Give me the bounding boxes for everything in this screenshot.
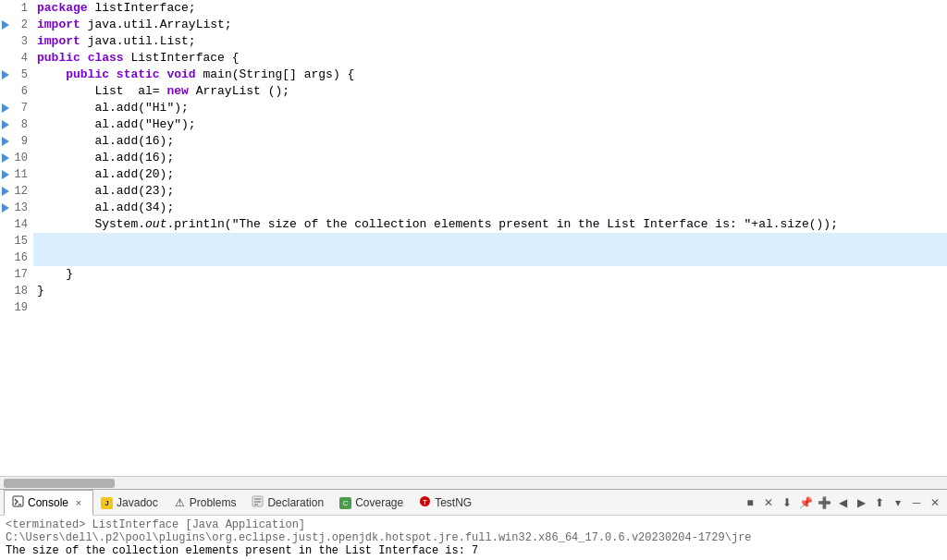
code-line: import java.util.ArrayList; [33,17,947,33]
console-tab-icon [12,495,24,510]
code-line: al.add(16); [33,133,947,150]
line-number: 16 [0,250,33,266]
svg-rect-0 [13,496,23,506]
prev-button[interactable]: ◀ [834,494,851,511]
scroll-lock-button[interactable]: ⬇ [779,494,795,511]
view-menu-button[interactable]: ▾ [890,494,906,511]
code-line: } [33,283,947,299]
code-line: al.add("Hi"); [33,100,947,116]
code-line [33,299,947,316]
code-line: public static void main(String[] args) { [33,67,947,83]
code-line: al.add("Hey"); [33,116,947,133]
code-line [33,233,947,250]
coverage-tab-label: Coverage [355,496,403,509]
code-editor[interactable]: 12345678910111213141516171819 package li… [0,0,947,489]
tabs-bar: Console×JJavadoc⚠ProblemsDeclarationCCov… [0,490,947,516]
code-line: import java.util.List; [33,33,947,50]
svg-text:T: T [424,498,428,505]
declaration-tab-icon [252,495,264,510]
line-number: 19 [0,299,33,316]
next-button[interactable]: ▶ [853,494,869,511]
line-number: 10 [0,150,33,166]
console-terminated-line: <terminated> ListInterface [Java Applica… [6,518,941,544]
maximize-button[interactable]: ⬆ [871,494,888,511]
testng-tab-icon: T [419,495,431,510]
minimize-button[interactable]: ─ [908,494,925,511]
coverage-tab-icon: C [339,495,351,509]
console-tab-label: Console [28,496,68,509]
line-number: 13 [0,200,33,216]
tab-declaration[interactable]: Declaration [244,490,332,516]
console-close-button[interactable]: × [72,496,85,509]
javadoc-tab-icon: J [101,495,113,509]
line-numbers: 12345678910111213141516171819 [0,0,33,476]
declaration-tab-label: Declaration [267,496,324,509]
line-number: 11 [0,166,33,183]
console-output-line: The size of the collection elements pres… [6,544,941,557]
code-line: al.add(20); [33,166,947,183]
code-line: package listInterface; [33,0,947,17]
code-line: System.out.println("The size of the coll… [33,216,947,233]
code-line: al.add(34); [33,200,947,216]
code-content[interactable]: package listInterface;import java.util.A… [33,0,947,476]
tab-javadoc[interactable]: JJavadoc [93,490,166,516]
bottom-panel: Console×JJavadoc⚠ProblemsDeclarationCCov… [0,489,947,560]
tab-toolbar: ■✕⬇📌➕◀▶⬆▾─✕ [742,494,943,511]
tab-testng[interactable]: TTestNG [412,490,480,516]
line-number: 6 [0,83,33,100]
line-number: 17 [0,266,33,283]
line-number: 3 [0,33,33,50]
code-line: al.add(23); [33,183,947,200]
line-number: 12 [0,183,33,200]
line-number: 14 [0,216,33,233]
line-number: 1 [0,0,33,17]
code-line: List al= new ArrayList (); [33,83,947,100]
tab-problems[interactable]: ⚠Problems [166,490,245,516]
new-console-button[interactable]: ➕ [816,494,832,511]
testng-tab-label: TestNG [435,496,472,509]
problems-tab-icon: ⚠ [174,496,186,509]
javadoc-tab-label: Javadoc [117,496,158,509]
code-line: } [33,266,947,283]
clear-button[interactable]: ✕ [760,494,777,511]
tab-console[interactable]: Console× [4,490,93,516]
line-number: 4 [0,50,33,67]
line-number: 2 [0,17,33,33]
tab-coverage[interactable]: CCoverage [332,490,412,516]
scrollbar-thumb[interactable] [4,479,115,488]
line-number: 5 [0,67,33,83]
line-number: 8 [0,116,33,133]
line-number: 9 [0,133,33,150]
code-line [33,250,947,266]
line-number: 7 [0,100,33,116]
line-number: 18 [0,283,33,299]
code-line: al.add(16); [33,150,947,166]
close-panel-button[interactable]: ✕ [927,494,943,511]
code-line: public class ListInterface { [33,50,947,67]
line-number: 15 [0,233,33,250]
stop-button[interactable]: ■ [742,494,758,511]
console-content: <terminated> ListInterface [Java Applica… [0,516,947,560]
horizontal-scrollbar[interactable] [0,476,947,489]
pin-button[interactable]: 📌 [797,494,814,511]
problems-tab-label: Problems [190,496,237,509]
